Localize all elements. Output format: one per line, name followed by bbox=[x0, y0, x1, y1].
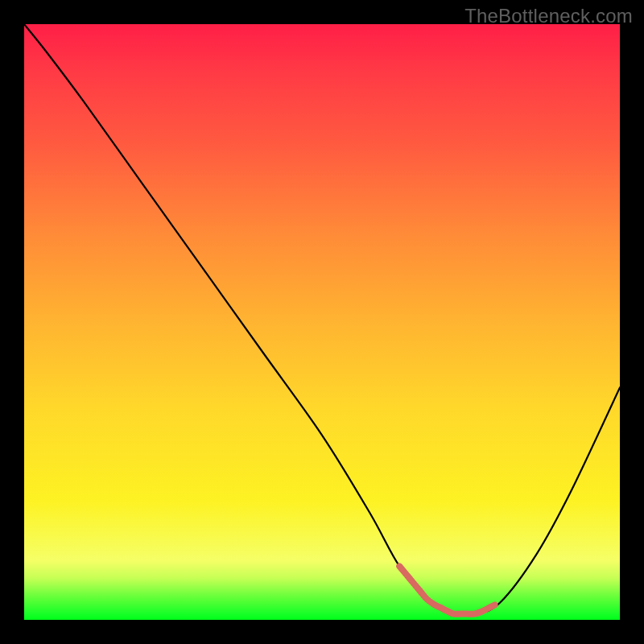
chart-container: TheBottleneck.com bbox=[0, 0, 644, 644]
bottleneck-curve-line bbox=[24, 24, 620, 615]
optimal-zone-highlight bbox=[399, 566, 494, 613]
plot-area bbox=[24, 24, 620, 620]
curve-svg bbox=[24, 24, 620, 620]
watermark-text: TheBottleneck.com bbox=[464, 5, 633, 27]
